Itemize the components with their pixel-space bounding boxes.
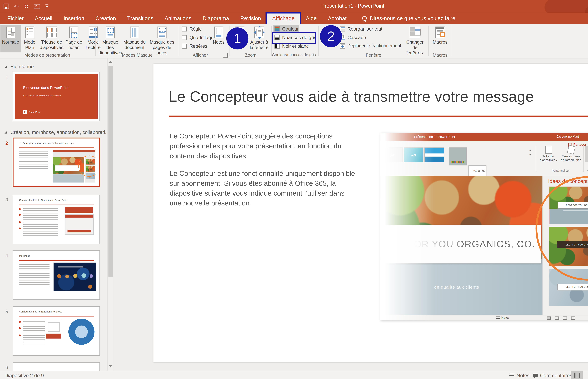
section-collapse-icon [4,65,7,68]
mini-group-concepteur: Concepteur [585,169,588,172]
afficher-dialog-launcher-icon[interactable] [223,53,228,58]
slide-title[interactable]: Le Concepteur vous aide à transmettre vo… [169,88,588,105]
tab-animations[interactable]: Animations [159,13,197,24]
quick-access-toolbar: ↶ ↻ [4,0,49,13]
slide-body-text[interactable]: Le Concepteur PowerPoint suggère des con… [170,131,358,216]
scroll-down-icon[interactable] [109,365,113,367]
comments-toggle[interactable]: Commentaires [533,371,572,379]
annotation-box-nuances [272,32,316,44]
reorganiser-tout-button[interactable]: Réorganiser tout [340,25,382,32]
slide-paragraph-2: Le Concepteur est une fonctionnalité uni… [170,169,358,208]
thumb5-rule [19,316,94,316]
cascade-button[interactable]: Cascade [340,33,366,41]
thumb3-shot2 [65,215,94,235]
page-de-notes-button[interactable]: Page denotes [65,25,83,50]
thumb4-title: Morphose [19,254,30,257]
view-normal-button[interactable] [571,371,583,379]
mini-mise-en-forme-button: Mise en formede l'arrière-plan [559,146,583,162]
mode-plan-button[interactable]: ModePlan [21,25,38,50]
tab-diaporama[interactable]: Diaporama [197,13,235,24]
group-label-modes-masque: Modes Masque [108,53,166,58]
deplacer-fractionnement-button[interactable]: Déplacer le fractionnement [340,42,401,49]
slide-indicator: Diapositive 2 de 9 [4,371,44,379]
mini-separator [583,146,584,172]
slide-thumbnail-pane: Bienvenue 1 Bienvenue dans PowerPoint 5 … [0,58,114,371]
reperes-checkbox-row[interactable]: Repères [182,43,207,48]
lightbulb-icon [362,16,367,21]
ribbon: Normale ModePlan Trieuse dediapositives … [0,24,588,59]
slide-thumbnail-1[interactable]: Bienvenue dans PowerPoint 5 conseils pou… [13,72,100,121]
slide-number: 6 [5,365,8,370]
slide-thumbnail-2[interactable]: Le Concepteur vous aide à transmettre vo… [13,138,100,187]
changer-fenetre-button[interactable]: Changer defenêtre ▾ [403,25,427,55]
group-separator [95,26,96,56]
callout-badge-2: 2 [320,25,342,47]
tab-creation[interactable]: Création [90,13,121,24]
macros-button[interactable]: Macros [431,25,450,45]
customize-qat-icon[interactable] [45,4,49,8]
mini-zoom-track [580,318,588,318]
sidebar-scroll-thumb[interactable] [108,66,113,277]
slide-thumbnail-6[interactable]: Collaboration en temps réel [13,362,100,371]
notes-toggle[interactable]: Notes [509,371,530,379]
thumb1-title: Bienvenue dans PowerPoint [23,86,68,90]
comments-toggle-label: Commentaires [540,373,572,378]
trieuse-label: Trieuse de [41,40,62,45]
deplacer-fractionnement-label: Déplacer le fractionnement [347,43,401,48]
undo-icon[interactable]: ↶ [14,3,19,9]
slide-thumbnail-4[interactable]: Morphose [13,251,100,300]
tab-accueil[interactable]: Accueil [29,13,58,24]
status-bar: Diapositive 2 de 9 Notes Commentaires – … [0,371,588,379]
couleur-button[interactable]: Couleur [275,25,299,32]
reperes-checkbox[interactable] [182,43,187,48]
thumb2-title: Le Concepteur vous aide à transmettre vo… [19,142,74,144]
scroll-up-icon[interactable] [109,61,113,63]
mini-view-reading-icon [563,316,567,319]
slide-thumbnail-3[interactable]: Comment utiliser le Concepteur PowerPoin… [13,195,100,244]
tab-insertion[interactable]: Insertion [58,13,90,24]
ajuster-fenetre-button[interactable]: Ajuster àla fenêtre [248,25,270,50]
save-icon[interactable] [4,4,9,9]
tell-me-search[interactable]: Dites-nous ce que vous voulez faire [362,13,455,24]
view-sorter-button[interactable] [584,371,588,379]
notes-icon [509,373,514,377]
thumb3-rule [19,204,94,205]
comments-icon [533,374,538,377]
thumb5-title: Configuration de la transition Morphose [19,310,62,313]
start-slideshow-icon[interactable] [34,4,40,9]
quadrillage-checkbox-row[interactable]: Quadrillage [182,35,214,40]
screenshot-left-fade [380,133,434,320]
tab-affichage[interactable]: Affichage [267,13,300,24]
masque-document-button[interactable]: Masque dudocument [123,25,146,50]
tab-aide[interactable]: Aide [300,13,322,24]
regle-checkbox[interactable] [182,26,187,31]
tab-fichier[interactable]: Fichier [2,13,29,24]
section-header-bienvenue[interactable]: Bienvenue [4,64,34,69]
notes-label: Notes [210,40,228,45]
tab-revision[interactable]: Révision [235,13,267,24]
thumb5-textblock [23,321,45,345]
sidebar-scrollbar[interactable] [107,58,114,371]
masque-pages-notes-button[interactable]: Masque despages de notes [147,25,177,55]
redo-icon[interactable]: ↻ [24,3,29,9]
masque-diapositives-button[interactable]: Masque desdiapositives [98,25,122,55]
group-separator [428,26,429,56]
trieuse-button[interactable]: Trieuse dediapositives [39,25,64,50]
quadrillage-checkbox[interactable] [182,35,187,40]
normale-button[interactable]: Normale [0,25,21,52]
ajuster-fenetre-label: Ajuster à [250,40,268,45]
titlebar-decoration [544,0,588,13]
couleur-label: Couleur [282,26,299,31]
section-header-creation[interactable]: Création, morphose, annotation, collabor… [4,129,109,135]
slide-number: 5 [5,309,8,314]
regle-checkbox-row[interactable]: Règle [182,26,202,32]
tab-acrobat[interactable]: Acrobat [322,13,352,24]
thumb5-shot1 [48,322,60,332]
slide-thumbnail-5[interactable]: Configuration de la transition Morphose [13,306,100,356]
mini-taille-button: Taille desdiapositives ▾ [539,146,558,162]
mini-variant-spinner: ▲▼ [529,148,531,157]
tab-transitions[interactable]: Transitions [122,13,159,24]
notes-button[interactable]: Notes [210,25,228,45]
masque-pages-notes-label: Masque des [150,40,174,45]
mini-separator [536,146,536,172]
